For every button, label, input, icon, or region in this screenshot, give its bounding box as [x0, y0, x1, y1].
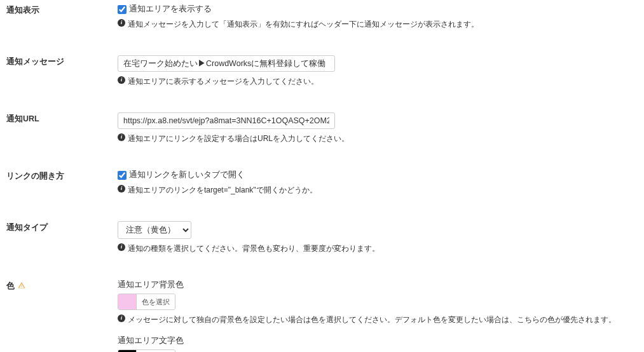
checkbox-input-notify-display[interactable] — [118, 5, 127, 14]
label-notify-type: 通知タイプ — [6, 221, 118, 233]
info-icon: i — [118, 315, 125, 322]
help-notify-url: i 通知エリアにリンクを設定する場合はURLを入力してください。 — [118, 133, 638, 144]
row-notify-display: 通知表示 通知エリアを表示する i 通知メッセージを入力して「通知表示」を有効に… — [6, 0, 638, 30]
input-notify-message[interactable] — [118, 55, 335, 72]
row-notify-url: 通知URL i 通知エリアにリンクを設定する場合はURLを入力してください。 — [6, 109, 638, 144]
help-notify-message: i 通知エリアに表示するメッセージを入力してください。 — [118, 76, 638, 87]
checkbox-label-notify-display: 通知エリアを表示する — [129, 4, 212, 15]
row-link-target: リンクの開き方 通知リンクを新しいタブで開く i 通知エリアのリンクをtarge… — [6, 166, 638, 196]
color-picker-bg[interactable]: 色を選択 — [118, 294, 175, 310]
info-icon: i — [118, 133, 125, 141]
swatch-bg — [118, 294, 136, 309]
checkbox-input-link-target[interactable] — [118, 171, 127, 180]
row-color: 色 通知エリア背景色 色を選択 i メッセージに対して独自の背景色を設定したい場… — [6, 276, 638, 352]
pick-color-bg-button[interactable]: 色を選択 — [136, 294, 175, 309]
help-link-target: i 通知エリアのリンクをtarget="_blank"で開くかどうか。 — [118, 184, 638, 196]
help-bg: i メッセージに対して独自の背景色を設定したい場合は色を選択してください。デフォ… — [118, 314, 638, 325]
input-notify-url[interactable] — [118, 112, 335, 129]
sub-label-bg: 通知エリア背景色 — [118, 280, 638, 290]
color-picker-fg[interactable]: 色を選択 — [118, 349, 175, 352]
color-group-bg: 通知エリア背景色 色を選択 i メッセージに対して独自の背景色を設定したい場合は… — [118, 280, 638, 325]
help-notify-display: i 通知メッセージを入力して「通知表示」を有効にすればヘッダー下に通知メッセージ… — [118, 18, 638, 30]
row-notify-type: 通知タイプ 注意（黄色） i 通知の種類を選択してください。背景色も変わり、重要… — [6, 217, 638, 254]
label-color: 色 — [6, 280, 118, 292]
label-link-target: リンクの開き方 — [6, 170, 118, 182]
sub-label-fg: 通知エリア文字色 — [118, 335, 638, 346]
info-icon: i — [118, 76, 125, 84]
help-notify-type: i 通知の種類を選択してください。背景色も変わり、重要度が変わります。 — [118, 243, 638, 254]
label-notify-display: 通知表示 — [6, 4, 118, 16]
label-notify-url: 通知URL — [6, 112, 118, 125]
select-notify-type[interactable]: 注意（黄色） — [118, 221, 191, 239]
row-notify-message: 通知メッセージ i 通知エリアに表示するメッセージを入力してください。 — [6, 51, 638, 87]
info-icon: i — [118, 243, 125, 251]
checkbox-link-target[interactable]: 通知リンクを新しいタブで開く — [118, 170, 638, 180]
info-icon: i — [118, 19, 125, 27]
label-notify-message: 通知メッセージ — [6, 55, 118, 67]
info-icon: i — [118, 185, 125, 193]
checkbox-notify-display[interactable]: 通知エリアを表示する — [118, 4, 638, 15]
color-group-fg: 通知エリア文字色 色を選択 i メッセージに対して独自のテキスト色を設定したい場… — [118, 335, 638, 352]
checkbox-label-link-target: 通知リンクを新しいタブで開く — [129, 170, 245, 180]
warning-icon — [18, 281, 25, 291]
